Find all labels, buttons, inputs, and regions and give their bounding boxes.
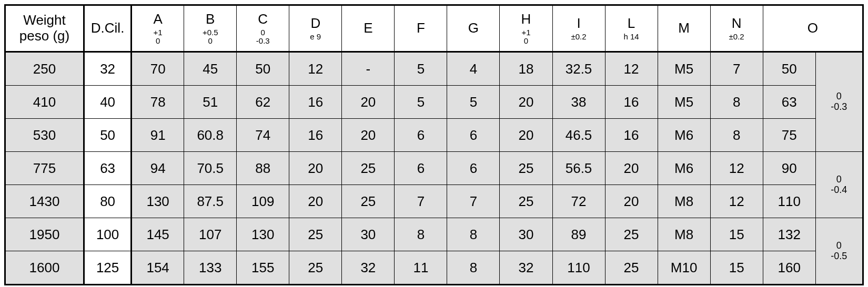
cell-A: 130 (132, 185, 184, 218)
cell-H: 30 (500, 218, 552, 251)
cell-O: 132 (763, 218, 815, 251)
cell-weight: 1600 (5, 251, 84, 285)
cell-N: 12 (710, 185, 763, 218)
cell-F: 6 (395, 119, 447, 152)
cell-L: 20 (605, 185, 658, 218)
cell-N: 7 (710, 52, 763, 86)
cell-O-tolerance: 0-0.3 (815, 52, 863, 152)
cell-H: 25 (500, 152, 552, 185)
table-row: 530509160.8741620662046.516M6875 (5, 119, 863, 152)
cell-G: 5 (447, 86, 500, 119)
cell-C: 62 (237, 86, 289, 119)
cell-M: M6 (658, 119, 710, 152)
header-weight: Weight peso (g) (5, 5, 84, 52)
cell-D: 20 (289, 185, 342, 218)
header-O: O (763, 5, 863, 52)
cell-M: M10 (658, 251, 710, 285)
cell-D: 16 (289, 86, 342, 119)
header-N: N ±0.2 (710, 5, 763, 52)
cell-N: 12 (710, 152, 763, 185)
table-row: 2503270455012-541832.512M57500-0.3 (5, 52, 863, 86)
cell-B: 70.5 (184, 152, 237, 185)
cell-C: 109 (237, 185, 289, 218)
cell-C: 50 (237, 52, 289, 86)
header-weight-line1: Weight (6, 13, 83, 28)
cell-dcil: 32 (84, 52, 132, 86)
cell-I: 56.5 (552, 152, 605, 185)
cell-dcil: 100 (84, 218, 132, 251)
table-row: 41040785162162055203816M5863 (5, 86, 863, 119)
cell-I: 110 (552, 251, 605, 285)
cell-H: 25 (500, 185, 552, 218)
cell-I: 46.5 (552, 119, 605, 152)
cell-dcil: 125 (84, 251, 132, 285)
cell-G: 8 (447, 218, 500, 251)
cell-M: M5 (658, 86, 710, 119)
cell-O: 63 (763, 86, 815, 119)
header-row: Weight peso (g) D.Cil. A +10 B +0.50 C 0… (5, 5, 863, 52)
header-M: M (658, 5, 710, 52)
header-D: D e 9 (289, 5, 342, 52)
cell-L: 20 (605, 152, 658, 185)
cell-L: 16 (605, 119, 658, 152)
cell-E: 20 (342, 86, 395, 119)
header-C: C 0-0.3 (237, 5, 289, 52)
cell-E: - (342, 52, 395, 86)
header-B: B +0.50 (184, 5, 237, 52)
cell-I: 38 (552, 86, 605, 119)
cell-O: 75 (763, 119, 815, 152)
cell-G: 4 (447, 52, 500, 86)
cell-A: 91 (132, 119, 184, 152)
cell-D: 25 (289, 218, 342, 251)
cell-G: 8 (447, 251, 500, 285)
cell-L: 16 (605, 86, 658, 119)
table-row: 1950100145107130253088308925M8151320-0.5 (5, 218, 863, 251)
cell-L: 25 (605, 218, 658, 251)
spec-table: Weight peso (g) D.Cil. A +10 B +0.50 C 0… (4, 4, 864, 285)
cell-O: 90 (763, 152, 815, 185)
cell-H: 18 (500, 52, 552, 86)
cell-D: 16 (289, 119, 342, 152)
cell-weight: 410 (5, 86, 84, 119)
cell-I: 89 (552, 218, 605, 251)
cell-weight: 530 (5, 119, 84, 152)
cell-N: 8 (710, 86, 763, 119)
cell-I: 72 (552, 185, 605, 218)
cell-H: 32 (500, 251, 552, 285)
cell-O: 110 (763, 185, 815, 218)
cell-B: 87.5 (184, 185, 237, 218)
table-row: 160012515413315525321183211025M1015160 (5, 251, 863, 285)
cell-M: M8 (658, 218, 710, 251)
cell-M: M5 (658, 52, 710, 86)
cell-O-tolerance: 0-0.5 (815, 218, 863, 285)
cell-E: 30 (342, 218, 395, 251)
cell-O: 160 (763, 251, 815, 285)
cell-I: 32.5 (552, 52, 605, 86)
cell-D: 12 (289, 52, 342, 86)
cell-N: 8 (710, 119, 763, 152)
header-I: I ±0.2 (552, 5, 605, 52)
cell-F: 5 (395, 86, 447, 119)
cell-G: 6 (447, 152, 500, 185)
cell-H: 20 (500, 86, 552, 119)
table-row: 775639470.5882025662556.520M612900-0.4 (5, 152, 863, 185)
header-G: G (447, 5, 500, 52)
cell-dcil: 80 (84, 185, 132, 218)
header-E: E (342, 5, 395, 52)
cell-L: 25 (605, 251, 658, 285)
cell-G: 6 (447, 119, 500, 152)
cell-dcil: 40 (84, 86, 132, 119)
cell-B: 51 (184, 86, 237, 119)
cell-weight: 250 (5, 52, 84, 86)
cell-B: 107 (184, 218, 237, 251)
cell-G: 7 (447, 185, 500, 218)
cell-B: 133 (184, 251, 237, 285)
cell-A: 94 (132, 152, 184, 185)
cell-N: 15 (710, 218, 763, 251)
cell-F: 7 (395, 185, 447, 218)
cell-M: M6 (658, 152, 710, 185)
cell-dcil: 50 (84, 119, 132, 152)
cell-B: 45 (184, 52, 237, 86)
table-body: 2503270455012-541832.512M57500-0.3410407… (5, 52, 863, 285)
cell-F: 5 (395, 52, 447, 86)
